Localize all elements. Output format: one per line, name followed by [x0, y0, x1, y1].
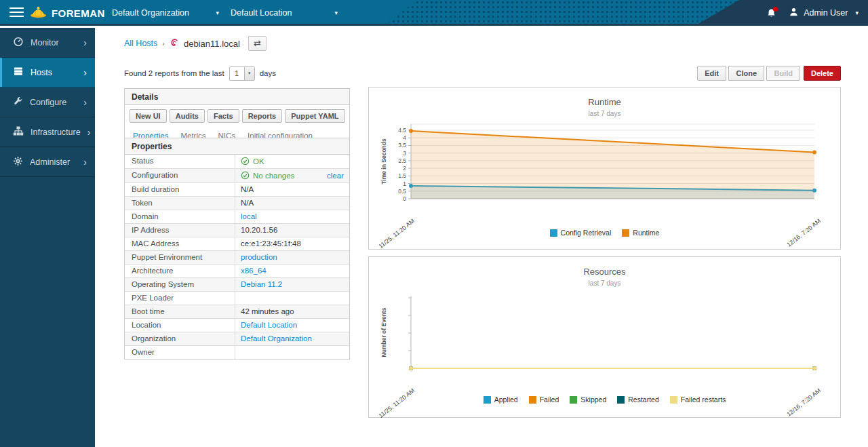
chevron-right-icon: ›: [83, 157, 87, 167]
reports-button[interactable]: Reports: [242, 109, 283, 123]
legend-item[interactable]: Failed: [529, 395, 559, 404]
property-value: N/A: [235, 197, 349, 210]
legend-item[interactable]: Skipped: [570, 395, 606, 404]
details-panel-title: Details: [125, 89, 349, 105]
chevron-down-icon: ▾: [244, 67, 254, 80]
resources-chart-legend: AppliedFailedSkippedRestartedFailed rest…: [369, 395, 840, 404]
legend-item[interactable]: Config Retrieval: [550, 229, 612, 237]
property-label: Architecture: [125, 265, 235, 277]
property-label: Location: [125, 319, 235, 332]
property-row: Operating SystemDebian 11.2: [125, 277, 349, 291]
sidebar-item-monitor[interactable]: Monitor ›: [0, 28, 95, 58]
svg-text:3.5: 3.5: [398, 142, 406, 149]
property-row: Domainlocal: [125, 210, 349, 223]
property-value: OK: [235, 155, 349, 168]
svg-text:Time in Seconds: Time in Seconds: [380, 138, 387, 184]
audits-button[interactable]: Audits: [170, 109, 205, 123]
breadcrumb-all-hosts-link[interactable]: All Hosts: [124, 39, 157, 48]
host-name: debian11.local: [184, 39, 240, 49]
chart-title: Resources: [369, 267, 840, 277]
sidebar-item-configure[interactable]: Configure ›: [0, 88, 95, 117]
location-selector[interactable]: Default Location ▾: [231, 0, 338, 26]
property-link[interactable]: Default Organization: [241, 334, 312, 343]
legend-item[interactable]: Failed restarts: [670, 395, 726, 404]
legend-item[interactable]: Applied: [484, 395, 518, 404]
properties-rows: StatusOKConfigurationNo changesclearBuil…: [125, 155, 349, 359]
property-row: OrganizationDefault Organization: [125, 332, 349, 345]
chart-subtitle: last 7 days: [369, 110, 840, 117]
host-action-buttons: Edit Clone Build Delete: [697, 66, 841, 81]
property-row: LocationDefault Location: [125, 318, 349, 332]
foreman-helmet-logo-icon: [30, 5, 47, 21]
runtime-chart: 00.511.522.533.544.511/25, 11:20 AM12/16…: [377, 119, 833, 229]
property-label: Owner: [125, 346, 235, 359]
property-text: N/A: [241, 185, 254, 193]
menu-icon[interactable]: [9, 7, 24, 18]
property-value: 10.20.1.56: [235, 224, 349, 237]
property-link[interactable]: Default Location: [241, 321, 297, 329]
sidebar-item-hosts[interactable]: Hosts ›: [0, 58, 95, 88]
legend-item[interactable]: Restarted: [617, 395, 659, 404]
report-days-select[interactable]: 1 ▾: [229, 66, 255, 81]
status-text: OK: [253, 157, 264, 166]
property-text: 10.20.1.56: [241, 226, 277, 234]
legend-swatch: [670, 396, 677, 404]
build-button[interactable]: Build: [766, 66, 800, 81]
edit-button[interactable]: Edit: [697, 66, 726, 81]
svg-text:2: 2: [403, 165, 406, 172]
legend-label: Failed restarts: [681, 395, 726, 404]
svg-text:0.5: 0.5: [398, 188, 406, 195]
property-row: Architecturex86_64: [125, 264, 349, 277]
svg-text:4.5: 4.5: [398, 127, 406, 134]
organization-selector[interactable]: Default Organization ▾: [112, 0, 219, 26]
property-value: No changesclear: [235, 169, 349, 182]
property-row: IP Address10.20.1.56: [125, 223, 349, 237]
property-link[interactable]: Debian 11.2: [241, 280, 282, 288]
notification-badge: [773, 7, 778, 12]
property-label: MAC Address: [125, 237, 235, 250]
sidebar-item-label: Monitor: [31, 38, 59, 47]
property-label: PXE Loader: [125, 292, 235, 305]
property-row: Boot time42 minutes ago: [125, 305, 349, 318]
legend-swatch: [484, 396, 491, 404]
property-value: [235, 346, 349, 359]
legend-swatch: [570, 396, 577, 404]
delete-button[interactable]: Delete: [804, 66, 841, 81]
clear-link[interactable]: clear: [327, 172, 344, 180]
clone-button[interactable]: Clone: [728, 66, 764, 81]
notifications-bell-icon[interactable]: [766, 8, 776, 18]
sidebar-item-administer[interactable]: Administer ›: [0, 147, 95, 177]
legend-label: Skipped: [580, 395, 606, 404]
property-label: Organization: [125, 332, 235, 345]
masthead: FOREMAN Default Organization ▾ Default L…: [0, 0, 868, 26]
legend-label: Applied: [494, 395, 518, 404]
legend-label: Runtime: [633, 229, 659, 237]
status-text: No changes: [253, 172, 294, 180]
sidebar-item-label: Infrastructure: [31, 128, 81, 137]
chevron-down-icon: ▾: [855, 9, 859, 16]
sidebar-item-infrastructure[interactable]: Infrastructure ›: [0, 117, 95, 147]
properties-table-title: Properties: [125, 138, 349, 155]
wrench-icon: [13, 96, 23, 109]
sitemap-icon: [13, 125, 24, 138]
user-menu[interactable]: Admin User ▾: [789, 7, 859, 19]
property-link[interactable]: local: [241, 212, 257, 220]
facts-button[interactable]: Facts: [208, 109, 239, 123]
property-row: ConfigurationNo changesclear: [125, 168, 349, 182]
host-switcher-icon: ⇄: [254, 38, 261, 48]
property-value: Debian 11.2: [235, 278, 349, 291]
server-icon: [13, 66, 24, 79]
legend-item[interactable]: Runtime: [622, 229, 659, 237]
properties-table: Properties StatusOKConfigurationNo chang…: [124, 138, 350, 359]
organization-selector-label: Default Organization: [112, 8, 189, 18]
new-ui-button[interactable]: New UI: [130, 109, 167, 123]
masthead-pattern: [387, 0, 739, 24]
host-switcher-button[interactable]: ⇄: [248, 36, 267, 51]
sidebar-item-label: Hosts: [31, 68, 52, 77]
user-name: Admin User: [804, 8, 848, 18]
property-link[interactable]: x86_64: [241, 267, 267, 275]
property-link[interactable]: production: [241, 253, 277, 261]
property-row: Build durationN/A: [125, 182, 349, 196]
puppet-yaml-button[interactable]: Puppet YAML: [285, 109, 344, 123]
brand[interactable]: FOREMAN: [30, 3, 105, 23]
